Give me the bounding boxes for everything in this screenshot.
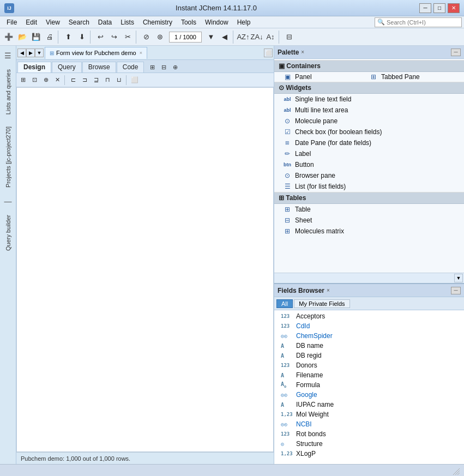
sidebar-tab-query[interactable]: Query builder [2,210,14,256]
field-label-google[interactable]: Google [296,391,317,399]
close-button[interactable]: ✕ [448,3,460,13]
field-item-xlogp[interactable]: 1,23 XLogP [274,449,464,459]
form-tab-close[interactable]: × [140,50,142,56]
palette-panel-item[interactable]: ▣ Panel [283,73,369,81]
field-item-dbregid[interactable]: A DB regid [274,351,464,360]
align-right-btn[interactable]: ⊒ [91,75,101,86]
palette-molecule-pane-item[interactable]: ⊙ Molecule pane [274,116,464,126]
form-view-tab[interactable]: ⊞ Form view for Pubchem demo × [45,47,147,59]
undo-button[interactable]: ↩ [94,31,107,44]
save-button[interactable]: 💾 [29,31,43,44]
palette-molecules-matrix-item[interactable]: ⊞ Molecules matrix [274,226,464,237]
field-item-cdid[interactable]: 123 CdId [274,321,464,331]
field-item-donors[interactable]: 123 Donors [274,360,464,370]
menu-search[interactable]: Search [64,17,94,27]
grid-view-btn[interactable]: ⊞ [147,62,158,73]
list-view-btn[interactable]: ⊟ [158,62,169,73]
field-item-ncbi[interactable]: ⊙⊙ NCBI [274,419,464,429]
field-item-chemspider[interactable]: ⊙⊙ ChemSpider [274,331,464,341]
sort-az[interactable]: AZ↑ [237,31,250,44]
palette-table-item[interactable]: ⊞ Table [274,204,464,215]
field-label-chemspider[interactable]: ChemSpider [296,332,333,340]
palette-sheet-item[interactable]: ⊟ Sheet [274,215,464,226]
filter-button[interactable]: ⊘ [140,31,153,44]
sidebar-tab-lists[interactable]: Lists and queries [2,64,14,119]
nav-dropdown[interactable]: ▼ [204,31,218,44]
sort-custom[interactable]: A↕ [264,31,277,44]
new-button[interactable]: ➕ [2,31,15,44]
redo-button[interactable]: ↪ [107,31,120,44]
fields-minimize-btn[interactable]: ─ [451,287,461,294]
palette-tabbed-pane-item[interactable]: ⊞ Tabbed Pane [369,73,455,81]
field-item-molweight[interactable]: 1,23 Mol Weight [274,409,464,419]
tab-browse[interactable]: Browse [82,62,116,73]
sidebar-tab-projects[interactable]: Projects [jc-project270] [2,122,14,192]
menu-lists[interactable]: Lists [116,17,138,27]
align-center-btn[interactable]: ⊐ [79,75,90,86]
expand-btn[interactable]: ⬜ [129,75,140,86]
palette-close-btn[interactable]: × [301,49,304,55]
menu-chemistry[interactable]: Chemistry [138,17,177,27]
tab-nav-next[interactable]: ▶ [26,49,35,57]
menu-data[interactable]: Data [94,17,116,27]
menu-window[interactable]: Window [201,17,233,27]
minimize-button[interactable]: ─ [419,3,431,13]
field-item-formula[interactable]: Ao Formula [274,380,464,390]
delete-item-btn[interactable]: ✕ [52,75,63,86]
field-item-acceptors[interactable]: 123 Acceptors [274,311,464,321]
grid-small-btn[interactable]: ⊞ [17,75,28,86]
palette-list-item[interactable]: ☰ List (for list fields) [274,181,464,192]
search-all-button[interactable]: ⊛ [153,31,166,44]
palette-checkbox-item[interactable]: ☑ Check box (for boolean fields) [274,126,464,137]
align-bottom-btn[interactable]: ⊔ [113,75,124,86]
field-label-ncbi[interactable]: NCBI [296,420,312,428]
grid-large-btn[interactable]: ⊡ [29,75,40,86]
menu-edit[interactable]: Edit [21,17,41,27]
field-label-cdid[interactable]: CdId [296,322,310,330]
design-canvas[interactable] [16,87,274,452]
palette-date-pane-item[interactable]: ⊞ Date Pane (for date fields) [274,137,464,148]
import-button[interactable]: ⬆ [62,31,75,44]
field-item-google[interactable]: ⊙⊙ Google [274,390,464,400]
palette-single-line-item[interactable]: abl Single line text field [274,94,464,105]
palette-button-item[interactable]: btn Button [274,159,464,170]
sidebar-collapse-icon[interactable]: ☰ [2,49,14,62]
menu-file[interactable]: File [2,17,21,27]
fields-close-btn[interactable]: × [327,287,330,293]
resize-handle[interactable] [451,466,460,475]
menu-view[interactable]: View [41,17,64,27]
add-widget-btn[interactable]: ⊕ [170,62,180,73]
search-input[interactable] [387,19,457,26]
copy-table[interactable]: ⊟ [282,31,296,44]
sort-za[interactable]: ZA↓ [250,31,263,44]
palette-minimize-btn[interactable]: ─ [451,49,461,56]
fields-tab-private[interactable]: My Private Fields [294,299,349,308]
nav-prev[interactable]: ◀ [218,31,231,44]
field-item-structure[interactable]: ⊙ Structure [274,439,464,449]
palette-browser-pane-item[interactable]: ⊙ Browser pane [274,170,464,181]
palette-label-item[interactable]: ✏ Label [274,148,464,159]
menu-tools[interactable]: Tools [177,17,201,27]
palette-scroll-down[interactable]: ▼ [454,274,463,282]
tab-nav-prev[interactable]: ◀ [17,49,26,57]
fields-tab-all[interactable]: All [276,299,293,308]
align-top-btn[interactable]: ⊓ [102,75,113,86]
maximize-button[interactable]: □ [433,3,445,13]
export-button[interactable]: ⬇ [75,31,88,44]
print-button[interactable]: 🖨 [43,31,56,44]
tab-query[interactable]: Query [52,62,82,73]
tab-dropdown[interactable]: ▼ [35,49,44,57]
menu-help[interactable]: Help [233,17,255,27]
field-item-filename[interactable]: A Filename [274,370,464,380]
tab-design[interactable]: Design [17,62,51,73]
add-item-btn[interactable]: ⊕ [40,75,51,86]
tab-expand-btn[interactable]: ⬜ [264,49,273,57]
align-left-btn[interactable]: ⊏ [68,75,79,86]
open-button[interactable]: 📂 [16,31,29,44]
cut-button[interactable]: ✂ [121,31,134,44]
field-item-rotbonds[interactable]: 123 Rot bonds [274,429,464,439]
field-item-dbname[interactable]: A DB name [274,341,464,351]
tab-code[interactable]: Code [117,62,144,73]
field-item-iupacname[interactable]: A IUPAC name [274,400,464,409]
palette-multi-line-item[interactable]: abl Multi line text area [274,105,464,116]
